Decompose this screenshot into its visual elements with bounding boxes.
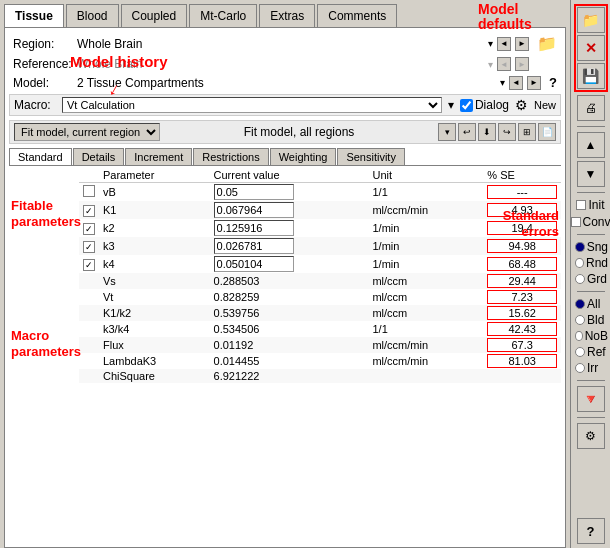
param-value[interactable]: 6.921222 [210,369,369,383]
dialog-checkbox-label[interactable]: Dialog [460,98,509,112]
print-btn[interactable]: 🖨 [577,95,605,121]
radio-ref[interactable]: Ref [575,345,608,359]
settings-btn[interactable]: ⚙ [577,423,605,449]
reference-next[interactable]: ► [515,57,529,71]
gear-icon[interactable]: ⚙ [515,97,528,113]
fit-current-select[interactable]: Fit model, current region [14,123,160,141]
check-cell [79,353,99,369]
tab-comments[interactable]: Comments [317,4,397,27]
fit-download-btn[interactable]: ⬇ [478,123,496,141]
tab-weighting[interactable]: Weighting [270,148,337,165]
rnd-radio[interactable] [575,258,584,268]
param-value-input[interactable] [214,238,294,254]
param-se: 15.62 [483,305,561,321]
param-value-input[interactable] [214,184,294,200]
tab-tissue[interactable]: Tissue [4,4,64,27]
conv-checkbox[interactable] [571,217,581,227]
param-value[interactable]: 0.534506 [210,321,369,337]
tab-standard[interactable]: Standard [9,148,72,165]
radio-irr[interactable]: Irr [575,361,608,375]
tab-sensitivity[interactable]: Sensitivity [337,148,405,165]
param-value[interactable]: 0.288503 [210,273,369,289]
param-value[interactable] [210,255,369,273]
model-help[interactable]: ? [549,75,557,90]
region-prev[interactable]: ◄ [497,37,511,51]
param-value[interactable]: 0.014455 [210,353,369,369]
tab-restrictions[interactable]: Restrictions [193,148,268,165]
tab-details[interactable]: Details [73,148,125,165]
highlighted-buttons: 📁 ✕ 💾 [574,4,608,92]
region-next[interactable]: ► [515,37,529,51]
close-btn[interactable]: ✕ [577,35,605,61]
param-checkbox[interactable]: ✓ [83,205,95,217]
tab-increment[interactable]: Increment [125,148,192,165]
param-name: K1 [99,201,210,219]
all-radio[interactable] [575,299,585,309]
tab-extras[interactable]: Extras [259,4,315,27]
nob-radio[interactable] [575,331,583,341]
param-value[interactable]: 0.01192 [210,337,369,353]
grd-radio[interactable] [575,274,585,284]
radio-nob[interactable]: NoB [575,329,608,343]
param-value[interactable]: 0.828259 [210,289,369,305]
help-btn[interactable]: ? [577,518,605,544]
down-btn[interactable]: ▼ [577,161,605,187]
table-row: ✓k21/min19.4 [79,219,561,237]
model-dropdown[interactable]: ▾ [500,77,505,88]
radio-rnd[interactable]: Rnd [575,256,608,270]
radio-bld[interactable]: Bld [575,313,608,327]
param-value-input[interactable] [214,256,294,272]
fit-redo-btn[interactable]: ↪ [498,123,516,141]
question-mark-icon: ? [587,524,595,539]
divider-5 [577,380,605,381]
new-button[interactable]: New [534,99,556,111]
sng-radio[interactable] [575,242,585,252]
top-tab-bar: Tissue Blood Coupled Mt-Carlo Extras Com… [0,0,570,27]
filter-btn[interactable]: 🔻 [577,386,605,412]
up-btn[interactable]: ▲ [577,132,605,158]
param-checkbox[interactable]: ✓ [83,241,95,253]
radio-sng[interactable]: Sng [575,240,608,254]
param-value[interactable]: 0.539756 [210,305,369,321]
macro-select[interactable]: Vt Calculation [62,97,442,113]
fit-undo-btn[interactable]: ↩ [458,123,476,141]
table-row: Vs0.288503ml/ccm29.44 [79,273,561,289]
dialog-checkbox[interactable] [460,99,473,112]
save-btn[interactable]: 💾 [577,63,605,89]
param-checkbox[interactable]: ✓ [83,259,95,271]
tab-blood[interactable]: Blood [66,4,119,27]
tab-coupled[interactable]: Coupled [121,4,188,27]
param-value[interactable] [210,219,369,237]
param-value-input[interactable] [214,202,294,218]
region-dropdown[interactable]: ▾ [488,38,493,49]
model-prev[interactable]: ◄ [509,76,523,90]
param-name: LambdaK3 [99,353,210,369]
radio-grd[interactable]: Grd [575,272,608,286]
fit-save-btn[interactable]: 📄 [538,123,556,141]
reference-dropdown[interactable]: ▾ [488,59,493,70]
param-value[interactable] [210,183,369,202]
init-checkbox[interactable] [576,200,586,210]
model-next[interactable]: ► [527,76,541,90]
irr-radio[interactable] [575,363,585,373]
param-value-input[interactable] [214,220,294,236]
bld-radio[interactable] [575,315,585,325]
table-row: ✓k41/min68.48 [79,255,561,273]
radio-all[interactable]: All [575,297,608,311]
param-value[interactable] [210,201,369,219]
macro-dropdown-arrow[interactable]: ▾ [448,98,454,112]
se-value: --- [487,185,557,199]
folder-icon[interactable]: 📁 [537,34,557,53]
param-checkbox[interactable]: ✓ [83,223,95,235]
init-check-item[interactable]: Init [576,198,604,212]
folder-btn[interactable]: 📁 [577,7,605,33]
ref-radio[interactable] [575,347,585,357]
tab-mt-carlo[interactable]: Mt-Carlo [189,4,257,27]
conv-check-item[interactable]: Conv [571,215,611,229]
fit-dropdown-btn[interactable]: ▾ [438,123,456,141]
macro-row: Macro: Vt Calculation ▾ Dialog ⚙ New Mod… [9,94,561,116]
fit-grid-btn[interactable]: ⊞ [518,123,536,141]
reference-prev[interactable]: ◄ [497,57,511,71]
param-value[interactable] [210,237,369,255]
param-checkbox[interactable] [83,185,95,197]
